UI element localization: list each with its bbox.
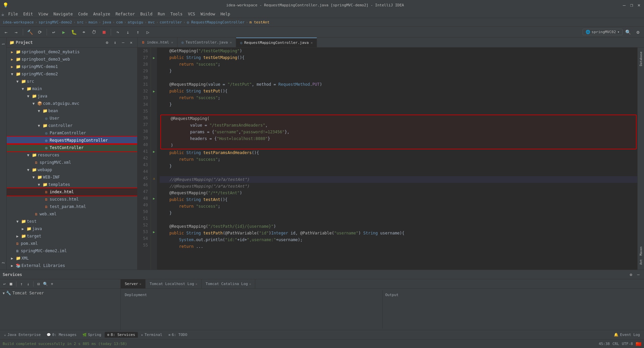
footer-tab-java-enterprise[interactable]: ☕ Java Enterprise — [1, 332, 43, 338]
tree-item-testcontroller[interactable]: ◎ TestController — [7, 144, 137, 151]
breadcrumb-class[interactable]: ◎ RequestMappingController — [187, 20, 245, 24]
toolbar-step-into[interactable]: ↓ — [123, 27, 132, 37]
tree-item-iml[interactable]: 🗎 springMVC-demo2.iml — [7, 247, 137, 255]
gutter-53[interactable]: ▶ — [151, 228, 157, 235]
maven-panel-toggle[interactable]: Maven — [639, 245, 643, 258]
toolbar-rerun-icon[interactable]: ↩ — [1, 281, 7, 287]
tree-item-requestmappingcontroller[interactable]: ◎ RequestMappingController — [7, 137, 137, 144]
menu-code[interactable]: Code — [75, 11, 91, 17]
panel-settings-button[interactable]: ⚙ — [628, 272, 634, 278]
menu-edit[interactable]: Edit — [20, 11, 36, 17]
run-configuration-selector[interactable]: 🌐 springMVC02 ▾ — [583, 29, 623, 35]
gutter-41[interactable]: ▶ — [151, 148, 157, 155]
breadcrumb-method[interactable]: m testAnt — [250, 20, 270, 24]
breadcrumb-controller[interactable]: controller — [160, 20, 182, 24]
toolbar-settings-button[interactable]: ⚙ — [633, 27, 643, 37]
menu-analyze[interactable]: Analyze — [91, 11, 113, 17]
menu-tools[interactable]: Tools — [168, 11, 185, 17]
menu-navigate[interactable]: Navigate — [51, 11, 75, 17]
toolbar-step-over[interactable]: ↷ — [113, 27, 122, 37]
tree-item-java[interactable]: ▼ 📁 java — [7, 92, 137, 100]
toolbar-debug-button[interactable]: 🐛 — [69, 27, 78, 37]
menu-vcs[interactable]: VCS — [185, 11, 198, 17]
menu-window[interactable]: Window — [198, 11, 218, 17]
minimize-button[interactable]: — — [622, 3, 627, 7]
tree-item-webapp[interactable]: ▼ 📁 webapp — [7, 166, 137, 173]
toolbar-sync-button[interactable]: ⟳ — [35, 27, 45, 37]
project-panel-toggle[interactable]: 1 — [0, 38, 6, 51]
tree-item-java-test[interactable]: ▶ 📁 java — [7, 225, 137, 232]
panel-close-button[interactable]: ✕ — [128, 39, 135, 46]
toolbar-coverage-button[interactable]: ☂ — [79, 27, 89, 37]
tree-item-index-html[interactable]: 🗎 index.html — [7, 188, 137, 196]
tree-item-resources[interactable]: ▼ 📁 resources — [7, 151, 137, 159]
gutter-27[interactable]: ▶ — [151, 54, 157, 61]
close-button[interactable]: ✕ — [637, 3, 641, 7]
menu-file[interactable]: File — [5, 11, 20, 17]
footer-tab-todo[interactable]: ≡ 6: TODO — [166, 332, 190, 338]
tab-close-icon[interactable]: ✕ — [140, 282, 141, 286]
tree-item-springmvc-xml[interactable]: 🗎 springMVC.xml — [7, 159, 137, 166]
panel-minimize-button[interactable]: — — [635, 272, 641, 278]
breadcrumb-project[interactable]: springMVC-demo2 — [39, 20, 72, 24]
tree-item-paramcontroller[interactable]: ◎ ParamController — [7, 129, 137, 137]
tree-item-package[interactable]: ▼ 📦 com.atguigu.mvc — [7, 100, 137, 107]
toolbar-add-icon[interactable]: + — [49, 281, 55, 287]
tree-item-user[interactable]: ◎ User — [7, 115, 137, 122]
tab-tomcat-catalina-log[interactable]: Tomcat Catalina Log ✕ — [202, 279, 255, 288]
toolbar-up-icon[interactable]: ↑ — [18, 281, 24, 287]
panel-settings-button[interactable]: ⚙ — [104, 39, 110, 46]
tree-item-xml-group[interactable]: ▶ 📁 XML — [7, 255, 137, 262]
breadcrumb-com[interactable]: com — [116, 20, 123, 24]
toolbar-profile-button[interactable]: ⏱ — [89, 27, 99, 37]
toolbar-resume[interactable]: ▷ — [143, 27, 153, 37]
code-content[interactable]: @GetMapping("/testGetMapping") public St… — [157, 48, 637, 270]
tree-item-springmvc-demo2[interactable]: ▼ 📁 springMVC-demo2 — [7, 70, 137, 78]
event-log-button[interactable]: 🔔 Event Log — [611, 332, 643, 338]
toolbar-back-button[interactable]: ← — [1, 27, 11, 37]
tree-item-src[interactable]: ▼ 📁 src — [7, 78, 137, 85]
tab-server[interactable]: Server ✕ — [121, 279, 146, 288]
toolbar-step-out[interactable]: ↑ — [133, 27, 143, 37]
tab-close-icon[interactable]: ✕ — [249, 282, 251, 286]
tree-item-springmvc-demo1[interactable]: ▶ 📁 springMVC-demo1 — [7, 63, 137, 70]
toolbar-search-icon[interactable]: 🔍 — [42, 281, 48, 287]
menu-build[interactable]: Build — [138, 11, 155, 17]
toolbar-stop-icon[interactable]: ⏹ — [8, 281, 14, 287]
toolbar-filter-icon[interactable]: ⊟ — [36, 281, 42, 287]
tab-close-button[interactable]: ✕ — [311, 41, 313, 45]
tree-item-external-libs[interactable]: ▶ 📚 External Libraries — [7, 262, 137, 269]
menu-view[interactable]: View — [36, 11, 51, 17]
toolbar-stop-button[interactable]: ⏹ — [99, 27, 109, 37]
breadcrumb-main[interactable]: main — [89, 20, 98, 24]
server-tree-item-tomcat[interactable]: ▼ 🔧 Tomcat Server — [1, 290, 119, 296]
tree-item-springboot-demo2-mybatis[interactable]: ▶ 📁 springboot_demo2_mybatis — [7, 48, 137, 56]
menu-help[interactable]: Help — [218, 11, 233, 17]
toolbar-build-button[interactable]: 🔨 — [25, 27, 35, 37]
code-editor[interactable]: 26 27 28 29 30 31 32 33 34 35 36 37 38 3… — [138, 48, 644, 270]
tree-item-success-html[interactable]: 🗎 success.html — [7, 196, 137, 203]
menu-refactor[interactable]: Refactor — [113, 11, 138, 17]
tree-item-pom[interactable]: 🗎 pom.xml — [7, 240, 137, 247]
ant-panel-toggle[interactable]: Ant — [639, 258, 643, 267]
toolbar-rerun-button[interactable]: ↩ — [49, 27, 58, 37]
breadcrumb-mvc[interactable]: mvc — [148, 20, 155, 24]
tab-testcontroller[interactable]: ◎ TestController.java ✕ — [177, 38, 236, 47]
footer-tab-terminal[interactable]: ▸ Terminal — [139, 332, 165, 338]
maximize-button[interactable]: ❐ — [629, 3, 634, 7]
tab-close-button[interactable]: ✕ — [230, 41, 232, 44]
tab-requestmappingcontroller[interactable]: ◎ RequestMappingController.java ✕ — [236, 38, 317, 47]
footer-tab-services[interactable]: ⚙ 8: Services — [105, 332, 138, 338]
structure-panel-toggle[interactable]: 2 — [2, 256, 5, 270]
tab-index-html[interactable]: 🗎 index.html ✕ — [138, 38, 177, 47]
breadcrumb-workspace[interactable]: idea-workspace — [3, 20, 34, 24]
database-panel-toggle[interactable]: Database — [639, 50, 643, 68]
gutter-48[interactable]: ▶ — [151, 195, 157, 202]
footer-tab-messages[interactable]: 💬 0: Messages — [44, 332, 79, 338]
breadcrumb-java[interactable]: java — [102, 20, 111, 24]
tab-tomcat-localhost-log[interactable]: Tomcat Localhost Log ✕ — [146, 279, 202, 288]
tree-item-test[interactable]: ▼ 📁 test — [7, 218, 137, 225]
breadcrumb-src[interactable]: src — [77, 20, 84, 24]
tree-item-target[interactable]: ▶ 📁 target — [7, 232, 137, 240]
tab-close-button[interactable]: ✕ — [171, 41, 173, 44]
